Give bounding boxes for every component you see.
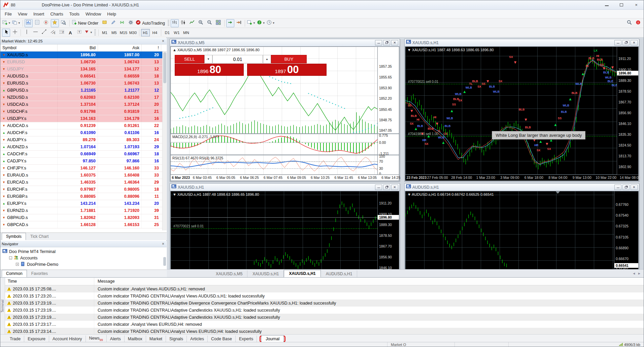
menu-window[interactable]: Window xyxy=(82,10,104,18)
chart-minimize-button[interactable] xyxy=(614,40,621,45)
symbol-row[interactable]: ▼CHFJPY.s146.127146.16033 xyxy=(0,165,167,172)
editor-button[interactable] xyxy=(109,19,117,27)
lot-increase-button[interactable]: ▲ xyxy=(263,55,271,63)
chart-shift-marker[interactable] xyxy=(556,191,560,194)
timeframe-m5-button[interactable]: M5 xyxy=(110,29,118,36)
chart-minimize-button[interactable] xyxy=(614,185,621,190)
menu-insert[interactable]: Insert xyxy=(30,10,47,18)
chart-minimize-button[interactable] xyxy=(375,40,382,45)
window-minimize-button[interactable] xyxy=(599,0,614,9)
symbol-row[interactable]: ▼USDCHF.s0.917980.9181921 xyxy=(0,108,167,115)
column-header-symbol[interactable]: Symbol xyxy=(0,44,58,51)
chart-titlebar[interactable]: XAUUSD.s,H1✕ xyxy=(405,39,639,46)
data-window-button[interactable] xyxy=(33,19,41,27)
symbol-row[interactable]: ▼USDCAD.s1.371041.3712420 xyxy=(0,101,167,108)
journal-row[interactable]: 2023.03.15 17:25:08....Custom indicator … xyxy=(5,285,644,292)
symbol-row[interactable]: ▼EURGBP.s0.880850.8809611 xyxy=(0,193,167,200)
column-header-ask[interactable]: Ask xyxy=(98,44,142,51)
trendline-button[interactable] xyxy=(40,29,48,37)
market-watch-button[interactable] xyxy=(25,19,33,27)
chart-pane[interactable]: MACD(12,26,9) -0.271 -1.977 xyxy=(171,134,377,155)
symbol-row[interactable]: ▲AUDCHF.s0.610900.6110616 xyxy=(0,129,167,136)
toolbar-grip[interactable] xyxy=(94,29,96,36)
journal-row[interactable]: 2023.03.15 17:23:14....Custom indicator … xyxy=(5,328,644,334)
navigator-item[interactable]: -Accounts xyxy=(0,255,167,261)
terminal-tab-trade[interactable]: Trade xyxy=(6,336,24,342)
label-button[interactable]: T xyxy=(75,29,83,37)
buy-button[interactable]: BUY xyxy=(271,55,307,63)
tile-button[interactable] xyxy=(214,19,223,27)
chart-titlebar[interactable]: AUDUSD.s,H1✕ xyxy=(405,184,639,191)
chart-restore-button[interactable] xyxy=(383,40,390,45)
symbol-row[interactable]: ▼GBPAUD.s1.820621.8209331 xyxy=(0,214,167,221)
navigator-item[interactable]: Doo Prime MT4 Terminal xyxy=(0,248,167,255)
chart-titlebar[interactable]: XAUUSD.s,M5✕ xyxy=(170,39,400,46)
lot-size-input[interactable]: 0.01 xyxy=(212,55,263,63)
navigator-item[interactable]: +DooPrime-Demo xyxy=(0,261,167,267)
scroll-right-icon[interactable]: ► xyxy=(638,272,641,275)
candles-button[interactable] xyxy=(179,19,188,27)
chart-window-xauusd-s-h1[interactable]: XAUUSD.s,H1✕#70770021 sell 0.01#70419830… xyxy=(404,39,639,182)
chart-close-button[interactable]: ✕ xyxy=(391,40,398,45)
new-window-button[interactable]: ▼ xyxy=(247,19,256,27)
zoom-in-button[interactable] xyxy=(197,19,205,27)
chart-window-audusd-s-h1[interactable]: AUDUSD.s,H1✕0.677600.675400.673250.67105… xyxy=(404,183,639,275)
symbol-row[interactable]: ▲AUDNZD.s1.071641.0719329 xyxy=(0,144,167,151)
chart-tab-1[interactable]: XAUUSD.s,H1 xyxy=(247,270,284,277)
autoscroll-button[interactable] xyxy=(226,19,234,27)
chart-titlebar[interactable]: XAUUSD.s,H1✕ xyxy=(170,184,400,191)
journal-row[interactable]: 2023.03.15 17:23:17....Custom indicator … xyxy=(5,321,644,328)
zoom-out-button[interactable] xyxy=(206,19,214,27)
chart-close-button[interactable]: ✕ xyxy=(391,185,398,190)
navigator-close-icon[interactable]: × xyxy=(161,242,165,246)
lot-decrease-button[interactable]: ▼ xyxy=(204,55,212,63)
sell-price[interactable]: 189680 xyxy=(175,64,244,76)
market-watch-tab-symbols[interactable]: Symbols xyxy=(2,233,26,240)
menu-charts[interactable]: Charts xyxy=(47,10,66,18)
symbol-row[interactable]: ▼AUDJPY.s89.27989.30324 xyxy=(0,136,167,144)
sell-button[interactable]: SELL xyxy=(175,55,204,63)
terminal-tab-code-base[interactable]: Code Base xyxy=(208,336,236,342)
menu-help[interactable]: Help xyxy=(104,10,119,18)
symbol-row[interactable]: ▲EURJPY.s143.214143.23420 xyxy=(0,200,167,207)
terminal-tab-news[interactable]: News99 xyxy=(86,335,107,343)
journal-row[interactable]: 2023.03.15 17:23:20....Custom indicator … xyxy=(5,292,644,299)
chart-window-xauusd-s-m5[interactable]: XAUUSD.s,M5✕SELL▼0.01▲BUY189680189700185… xyxy=(170,39,400,182)
periods-button[interactable]: ▼ xyxy=(266,19,275,27)
timeframe-m15-button[interactable]: M15 xyxy=(119,29,128,36)
symbol-row[interactable]: ▲GBPUSD.s1.211651.2117712 xyxy=(0,87,167,94)
channel-button[interactable]: E xyxy=(49,29,57,37)
cursor-button[interactable] xyxy=(2,29,10,37)
profiles-button[interactable]: ▼ xyxy=(12,19,21,27)
symbol-row[interactable]: ▼AUDUSD.s0.665410.6655918 xyxy=(0,73,167,80)
chart-pane[interactable]: SELL▼0.01▲BUY189680189700 xyxy=(171,47,377,133)
journal-row[interactable]: 2023.03.15 17:23:19....Custom indicator … xyxy=(5,299,644,307)
navigator-button[interactable] xyxy=(42,19,50,27)
favorites-button[interactable] xyxy=(51,19,59,27)
market-watch-scrollbar[interactable] xyxy=(162,52,167,230)
chart-restore-button[interactable] xyxy=(622,40,630,45)
symbol-row[interactable]: ▼GBPCAD.s1.661281.6615325 xyxy=(0,221,167,228)
collapse-icon[interactable]: - xyxy=(9,256,12,259)
indicators-button[interactable]: f▼ xyxy=(257,19,266,27)
text-button[interactable]: A xyxy=(66,29,74,37)
terminal-tab-exposure[interactable]: Exposure xyxy=(24,336,49,342)
signals-button[interactable] xyxy=(118,19,126,27)
timeframe-m1-button[interactable]: M1 xyxy=(100,29,109,36)
terminal-tab-journal[interactable]: Journal xyxy=(261,335,284,343)
symbol-row[interactable]: ▲CADCHF.s0.669490.6696718 xyxy=(0,151,167,158)
symbol-row[interactable]: ▼XAUUSD.s1896.801897.0020 xyxy=(0,52,167,59)
hline-button[interactable] xyxy=(31,29,39,37)
chart-close-button[interactable]: ✕ xyxy=(631,40,638,45)
timeframe-d1-button[interactable]: D1 xyxy=(163,29,172,36)
symbol-row[interactable]: ▼USDJPY134.165134.17712 xyxy=(0,66,167,73)
expand-icon[interactable]: + xyxy=(16,263,19,266)
terminal-tab-articles[interactable]: Articles xyxy=(187,336,208,342)
chart-restore-button[interactable] xyxy=(622,185,630,190)
new-chart-button[interactable]: ▼ xyxy=(2,19,11,27)
scroll-left-icon[interactable]: ◄ xyxy=(632,272,636,275)
timeframe-w1-button[interactable]: W1 xyxy=(172,29,181,36)
options-button[interactable] xyxy=(127,19,135,27)
crosshair-button[interactable] xyxy=(11,29,19,37)
terminal-tab-signals[interactable]: Signals xyxy=(166,336,187,342)
